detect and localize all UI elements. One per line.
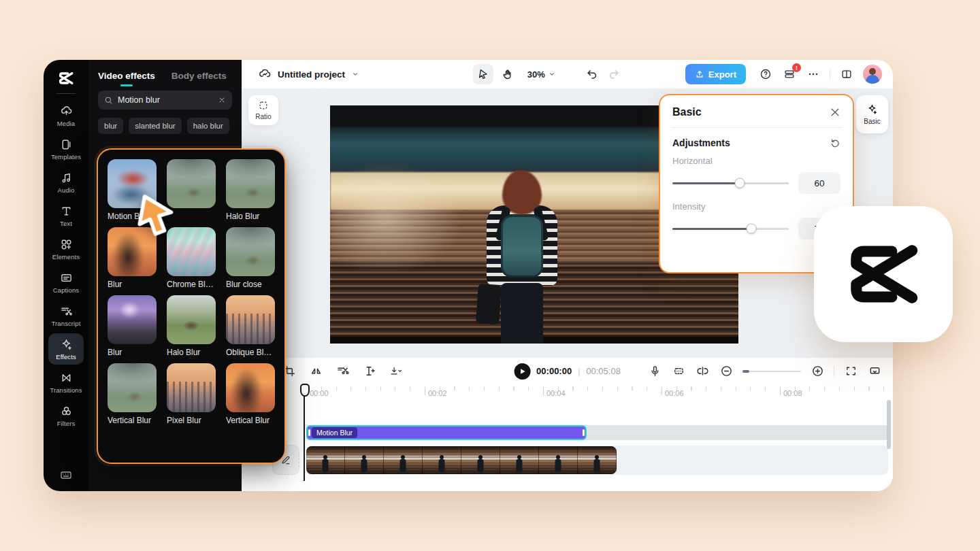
mirror-button[interactable]: [308, 364, 323, 379]
effect-thumbnail[interactable]: [108, 295, 157, 344]
sidebar-item-audio[interactable]: Audio: [48, 167, 84, 198]
effect-thumbnail[interactable]: [108, 363, 157, 412]
toggle-panel-button[interactable]: [839, 67, 854, 82]
sidebar-item-effects[interactable]: Effects: [48, 333, 84, 365]
close-icon[interactable]: [830, 107, 840, 118]
project-info[interactable]: Untitled project: [258, 67, 359, 81]
select-tool-button[interactable]: [473, 64, 493, 84]
timeline-toolbar: 00:00:00 | 00:05:08: [242, 357, 893, 384]
tab-video-effects[interactable]: Video effects: [98, 71, 155, 88]
capcut-logo-large: [833, 232, 934, 316]
suggestion-chips: blurslanted blurhalo blur: [98, 118, 232, 134]
tab-body-effects[interactable]: Body effects: [172, 71, 227, 88]
sidebar-item-transcript[interactable]: Transcript: [48, 300, 84, 331]
effect-item[interactable]: Halo Blur: [167, 295, 216, 357]
effect-clip-motion-blur[interactable]: Motion Blur: [306, 425, 587, 440]
slider-track[interactable]: [672, 228, 789, 230]
video-clip-filmstrip[interactable]: [306, 446, 617, 474]
export-button[interactable]: Export: [685, 64, 746, 84]
topbar: Untitled project 30%: [242, 60, 893, 88]
zoom-level-dropdown[interactable]: 30%: [527, 69, 556, 80]
preview-person: [481, 170, 563, 344]
timeline-scrollbar[interactable]: [887, 400, 891, 449]
play-button[interactable]: [514, 363, 530, 380]
help-button[interactable]: [758, 67, 773, 82]
undo-icon[interactable]: [586, 68, 598, 80]
effect-name: Vertical Blur: [226, 416, 275, 425]
effect-thumbnail[interactable]: [167, 363, 216, 412]
effect-thumbnail[interactable]: [226, 159, 275, 208]
effect-item[interactable]: Pixel Blur: [167, 363, 216, 425]
avatar[interactable]: [863, 65, 882, 84]
sidebar-item-filters[interactable]: Filters: [48, 400, 84, 431]
zoom-level-value: 30%: [527, 69, 545, 80]
slider-value[interactable]: 60: [798, 172, 840, 194]
search-input[interactable]: Motion blur: [118, 95, 213, 105]
search-box[interactable]: Motion blur: [98, 90, 232, 110]
slider-track[interactable]: [672, 182, 789, 184]
effect-thumbnail[interactable]: [226, 363, 275, 412]
sidebar-item-captions[interactable]: Captions: [48, 267, 84, 298]
playhead[interactable]: [304, 384, 305, 481]
sidebar-item-transitions[interactable]: Transitions: [48, 367, 84, 398]
effect-thumbnail[interactable]: [226, 295, 275, 344]
tracks-display-icon: [868, 365, 881, 378]
sidebar-item-elements[interactable]: Elements: [48, 233, 84, 265]
preview-axis-button[interactable]: [695, 364, 710, 379]
effect-item[interactable]: Halo Blur: [226, 159, 275, 221]
adjust-tracks-button[interactable]: [867, 364, 882, 379]
chevron-down-icon[interactable]: [351, 70, 359, 78]
effect-item[interactable]: Blur close: [226, 227, 275, 289]
effects-results-popup: Motion Bl… Halo Blur Blur Chrome Bl… Blu…: [97, 148, 286, 464]
split-button[interactable]: [335, 364, 350, 379]
timeline-zoom-slider[interactable]: [742, 371, 801, 372]
effect-thumbnail[interactable]: [226, 227, 275, 276]
effect-item[interactable]: Blur: [108, 295, 157, 357]
notification-badge: !: [792, 63, 801, 72]
effect-name: Halo Blur: [226, 212, 275, 221]
effect-item[interactable]: Vertical Blur: [108, 363, 157, 425]
redo-icon[interactable]: [608, 68, 620, 80]
sidebar-item-text[interactable]: Text: [48, 200, 84, 231]
slider-handle[interactable]: [747, 224, 757, 234]
clip-trim-handle-left[interactable]: [308, 429, 310, 436]
filmstrip-frame: [384, 446, 423, 474]
search-chip[interactable]: halo blur: [187, 118, 229, 134]
slider-handle[interactable]: [735, 178, 745, 188]
more-button[interactable]: [806, 67, 821, 82]
search-chip[interactable]: slanted blur: [129, 118, 181, 134]
ratio-button[interactable]: Ratio: [248, 95, 278, 125]
fit-timeline-button[interactable]: [843, 364, 858, 379]
snapping-button[interactable]: [671, 364, 686, 379]
reset-icon[interactable]: [830, 137, 840, 148]
extract-button[interactable]: [388, 364, 403, 379]
search-chip[interactable]: blur: [98, 118, 123, 134]
ruler-label: 00:02: [425, 389, 447, 397]
effect-item[interactable]: Oblique Bl…: [226, 295, 275, 357]
cursor-icon: [477, 68, 489, 80]
orders-button[interactable]: !: [782, 67, 797, 82]
hand-icon: [502, 68, 514, 80]
tab-basic[interactable]: Basic: [856, 95, 888, 133]
clear-search-icon[interactable]: [218, 96, 226, 104]
shortcuts-button[interactable]: [56, 467, 76, 483]
voiceover-button[interactable]: [647, 364, 662, 379]
hand-tool-button[interactable]: [497, 64, 518, 84]
stage: Media Templates Audio Text Elements Capt…: [0, 0, 980, 551]
effect-thumbnail[interactable]: [167, 295, 216, 344]
captions-icon: [60, 271, 73, 284]
microphone-icon: [649, 365, 662, 378]
text-icon: [60, 205, 73, 218]
effects-tabs: Video effectsBody effects: [88, 60, 242, 88]
zoom-in-button[interactable]: [810, 364, 825, 379]
clip-trim-handle-right[interactable]: [583, 429, 585, 436]
effect-name: Halo Blur: [167, 348, 216, 357]
sidebar-item-media[interactable]: Media: [48, 100, 84, 131]
filmstrip-frame: [539, 446, 578, 474]
filmstrip-frame: [578, 446, 617, 474]
effect-item[interactable]: Vertical Blur: [226, 363, 275, 425]
zoom-out-button[interactable]: [719, 364, 734, 379]
main-area: Untitled project 30%: [242, 60, 893, 491]
sidebar-item-templates[interactable]: Templates: [48, 133, 84, 165]
freeze-button[interactable]: [361, 364, 376, 379]
